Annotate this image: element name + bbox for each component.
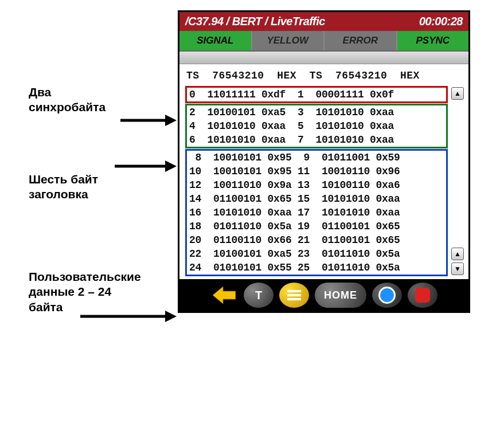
stop-icon	[415, 288, 430, 303]
elapsed-time: 00:00:28	[419, 15, 463, 28]
table-row: 22 10100101 0xa5 23 01011010 0x5a	[187, 247, 446, 261]
chevron-up-icon: ▲	[454, 89, 461, 97]
table-row: 16 10101010 0xaa 17 10101010 0xaa	[187, 206, 446, 220]
svg-marker-3	[165, 160, 177, 172]
table-row: 6 10101010 0xaa 7 10101010 0xaa	[187, 133, 446, 147]
scroll-up-button[interactable]: ▲	[451, 87, 464, 100]
status-bar: SIGNAL YELLOW ERROR PSYNC	[179, 31, 468, 52]
status-error[interactable]: ERROR	[325, 31, 397, 50]
status-yellow[interactable]: YELLOW	[252, 31, 325, 50]
bottom-toolbar: T HOME	[179, 279, 468, 311]
table-row: 12 10011010 0x9a 13 10100110 0xa6	[187, 178, 446, 192]
content-area: TS 76543210 HEX TS 76543210 HEX 0 110111…	[179, 64, 468, 279]
device-screen: /C37.94 / BERT / LiveTraffic 00:00:28 SI…	[178, 10, 470, 313]
t-label: T	[255, 289, 262, 302]
svg-marker-1	[165, 115, 177, 126]
svg-marker-5	[165, 311, 177, 322]
refresh-icon	[378, 287, 396, 304]
scroll-up-button-2[interactable]: ▲	[451, 248, 464, 260]
header-bytes-box: 2 10100101 0xa5 3 10101010 0xaa 4 101010…	[185, 104, 448, 148]
status-signal[interactable]: SIGNAL	[179, 31, 252, 50]
annotation-header: Шесть байтзаголовка	[29, 172, 98, 202]
svg-marker-6	[213, 287, 236, 304]
home-button[interactable]: HOME	[315, 283, 366, 308]
secondary-bar	[179, 52, 468, 64]
title-bar: /C37.94 / BERT / LiveTraffic 00:00:28	[179, 12, 468, 31]
menu-button[interactable]	[279, 283, 309, 308]
annotation-user: Пользовательскиеданные 2 – 24байта	[29, 269, 141, 315]
svg-rect-7	[287, 290, 301, 292]
table-row: 14 01100101 0x65 15 10101010 0xaa	[187, 192, 446, 206]
svg-rect-8	[287, 294, 301, 296]
user-data-box: 8 10010101 0x95 9 01011001 0x59 10 10010…	[185, 149, 448, 276]
arrow-icon	[120, 113, 177, 127]
t-button[interactable]: T	[244, 283, 274, 308]
data-table: 0 11011111 0xdf 1 00001111 0x0f 2 101001…	[185, 86, 465, 276]
menu-icon	[287, 289, 301, 301]
chevron-down-icon: ▼	[454, 265, 461, 273]
stop-button[interactable]	[408, 283, 437, 308]
back-button[interactable]	[210, 283, 238, 308]
home-label: HOME	[324, 289, 357, 301]
table-row: 4 10101010 0xaa 5 10101010 0xaa	[187, 119, 446, 133]
column-headers: TS 76543210 HEX TS 76543210 HEX	[185, 68, 465, 86]
sync-bytes-box: 0 11011111 0xdf 1 00001111 0x0f	[185, 86, 448, 103]
chevron-up-icon: ▲	[454, 250, 461, 258]
table-row: 2 10100101 0xa5 3 10101010 0xaa	[187, 105, 446, 119]
table-row: 24 01010101 0x55 25 01011010 0x5a	[187, 261, 446, 275]
table-row: 18 01011010 0x5a 19 01100101 0x65	[187, 220, 446, 233]
table-row: 20 01100110 0x66 21 01100101 0x65	[187, 233, 446, 247]
arrow-icon	[80, 309, 177, 323]
breadcrumb: /C37.94 / BERT / LiveTraffic	[185, 15, 325, 28]
table-row: 8 10010101 0x95 9 01011001 0x59	[187, 151, 446, 164]
table-row: 0 11011111 0xdf 1 00001111 0x0f	[187, 88, 446, 101]
table-row: 10 10010101 0x95 11 10010110 0x96	[187, 164, 446, 178]
back-arrow-icon	[213, 285, 236, 305]
external-annotations: Двасинхробайта Шесть байтзаголовка Польз…	[0, 0, 178, 431]
svg-rect-9	[287, 298, 301, 300]
status-psync[interactable]: PSYNC	[397, 31, 469, 50]
annotation-sync: Двасинхробайта	[29, 85, 106, 115]
refresh-button[interactable]	[372, 283, 402, 308]
arrow-icon	[115, 159, 177, 173]
scrollbar: ▲ ▲ ▼	[450, 86, 465, 276]
scroll-down-button[interactable]: ▼	[451, 262, 464, 275]
